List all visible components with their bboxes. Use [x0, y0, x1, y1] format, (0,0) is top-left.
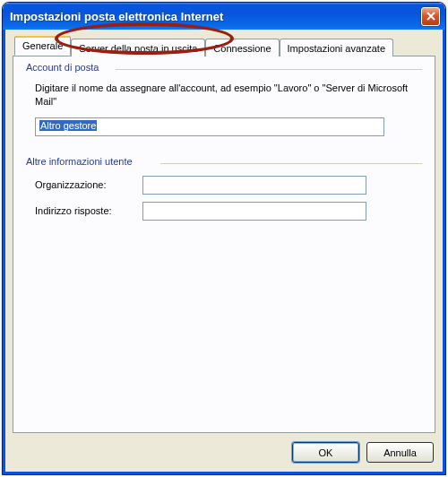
tab-strip: Generale Server della posta in uscita Co… — [14, 37, 435, 56]
tab-panel-generale: Account di posta Digitare il nome da ass… — [13, 56, 435, 433]
dialog-body: Generale Server della posta in uscita Co… — [3, 30, 445, 474]
close-button[interactable] — [421, 7, 440, 26]
titlebar[interactable]: Impostazioni posta elettronica Internet — [3, 3, 445, 30]
group-account-legend: Account di posta — [26, 62, 102, 73]
tab-avanzate[interactable]: Impostazioni avanzate — [280, 39, 393, 56]
row-organizzazione: Organizzazione: — [35, 176, 413, 195]
label-indirizzo-risposte: Indirizzo risposte: — [35, 205, 142, 216]
row-indirizzo-risposte: Indirizzo risposte: — [35, 202, 413, 221]
input-organizzazione[interactable] — [142, 176, 366, 195]
group-altre-informazioni: Altre informazioni utente Organizzazione… — [26, 163, 422, 240]
cancel-button[interactable]: Annulla — [366, 442, 434, 463]
ok-button[interactable]: OK — [292, 442, 359, 463]
account-name-input[interactable]: Altro gestore — [35, 117, 384, 136]
input-indirizzo-risposte[interactable] — [142, 202, 366, 221]
label-organizzazione: Organizzazione: — [35, 179, 142, 190]
tab-generale[interactable]: Generale — [14, 36, 71, 56]
account-name-value: Altro gestore — [39, 120, 97, 131]
group-account-di-posta: Account di posta Digitare il nome da ass… — [26, 69, 422, 149]
close-icon — [426, 12, 435, 21]
window-title: Impostazioni posta elettronica Internet — [10, 10, 421, 23]
group-divider — [116, 69, 422, 70]
tab-connessione[interactable]: Connessione — [205, 39, 279, 56]
group-divider — [160, 163, 422, 164]
account-help-text: Digitare il nome da assegnare all'accoun… — [35, 82, 413, 108]
dialog-window: Impostazioni posta elettronica Internet … — [2, 2, 446, 475]
group-info-legend: Altre informazioni utente — [26, 156, 136, 167]
tab-server-uscita[interactable]: Server della posta in uscita — [71, 39, 205, 56]
dialog-button-row: OK Annulla — [13, 433, 435, 464]
